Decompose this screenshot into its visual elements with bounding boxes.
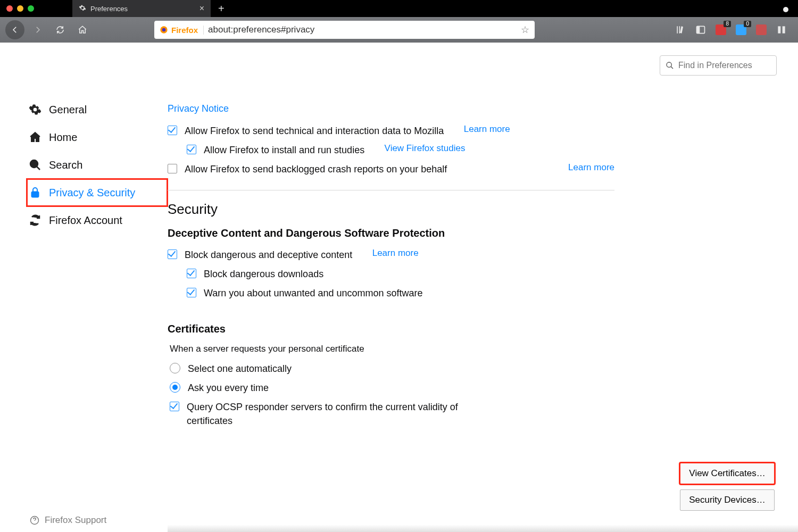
extension-camera-icon[interactable] [755,24,767,36]
gear-icon [29,103,41,116]
preferences-main: Find in Preferences Privacy Notice Allow… [168,43,798,532]
sidebar-item-home[interactable]: Home [27,123,168,151]
maximize-window-icon[interactable] [28,5,34,12]
block-downloads-checkbox[interactable] [187,269,196,278]
badge-count: 8 [724,21,731,27]
security-devices-button[interactable]: Security Devices… [680,489,775,511]
sidebar-item-firefox-account[interactable]: Firefox Account [27,206,168,234]
extension-red-icon[interactable]: 8 [715,24,727,36]
pointer-indicator-icon [783,7,788,12]
svg-rect-7 [31,192,39,197]
sidebar-item-general[interactable]: General [27,96,168,123]
preferences-sidebar: General Home Search Privacy & Security F… [0,43,168,532]
sidebar-toggle-icon[interactable] [695,24,706,36]
window-controls [0,5,40,12]
home-icon [29,131,41,144]
brand-label: Firefox [171,26,198,35]
block-deceptive-label: Block dangerous and deceptive content [185,248,352,262]
back-button[interactable] [5,20,24,39]
sidebar-item-label: General [49,104,87,116]
sidebar-item-label: Firefox Account [49,214,122,227]
sidebar-item-search[interactable]: Search [27,151,168,179]
crash-reports-checkbox[interactable] [168,164,177,173]
svg-rect-5 [783,26,785,33]
new-tab-button[interactable]: + [211,3,232,15]
cert-auto-radio[interactable] [170,363,180,373]
send-data-label: Allow Firefox to send technical and inte… [185,124,444,138]
browser-tab-preferences[interactable]: Preferences × [72,0,211,17]
search-icon [29,159,41,171]
cert-auto-label: Select one automatically [188,362,292,376]
browser-toolbar: Firefox about:preferences#privacy ☆ 8 0 [0,17,798,43]
close-tab-icon[interactable]: × [200,4,204,13]
url-text: about:preferences#privacy [208,24,517,35]
extension-misc-icon[interactable] [776,24,787,36]
ocsp-label: Query OCSP responder servers to confirm … [187,400,506,428]
svg-point-6 [30,160,38,168]
gear-icon [79,4,86,13]
minimize-window-icon[interactable] [17,5,23,12]
cert-ask-radio[interactable] [170,382,180,393]
studies-checkbox[interactable] [187,145,196,154]
library-icon[interactable] [675,24,686,36]
forward-button[interactable] [29,21,47,39]
question-icon [30,516,39,525]
crash-learn-more-link[interactable]: Learn more [568,162,614,173]
warn-unwanted-label: Warn you about unwanted and uncommon sof… [204,286,423,300]
view-studies-link[interactable]: View Firefox studies [385,143,466,154]
warn-unwanted-checkbox[interactable] [187,288,196,297]
bookmark-star-icon[interactable]: ☆ [521,24,529,36]
find-in-preferences-input[interactable]: Find in Preferences [660,55,777,76]
view-certificates-button[interactable]: View Certificates… [680,463,775,484]
block-downloads-label: Block dangerous downloads [204,267,323,281]
security-heading: Security [168,201,614,218]
lock-icon [29,186,41,199]
crash-reports-label: Allow Firefox to send backlogged crash r… [185,162,447,176]
privacy-notice-link[interactable]: Privacy Notice [168,103,229,114]
cert-prompt-label: When a server requests your personal cer… [170,344,614,354]
send-data-learn-more-link[interactable]: Learn more [464,124,510,135]
sidebar-item-label: Home [49,131,77,144]
send-data-checkbox[interactable] [168,126,177,135]
block-learn-more-link[interactable]: Learn more [372,248,419,259]
reload-button[interactable] [51,21,69,39]
block-deceptive-checkbox[interactable] [168,250,177,259]
svg-rect-4 [778,26,780,33]
sidebar-item-label: Firefox Support [45,515,106,526]
svg-point-1 [162,28,166,32]
sidebar-item-support[interactable]: Firefox Support [30,515,106,526]
certificates-buttons: View Certificates… Security Devices… [680,463,775,511]
cert-ask-label: Ask you every time [188,381,269,395]
svg-point-9 [667,62,671,67]
svg-rect-3 [697,26,700,33]
search-placeholder: Find in Preferences [678,61,752,70]
search-icon [666,61,674,70]
sync-icon [29,214,41,227]
preferences-page: General Home Search Privacy & Security F… [0,43,798,532]
ocsp-checkbox[interactable] [170,402,179,411]
extension-blue-icon[interactable]: 0 [735,24,747,36]
close-window-icon[interactable] [6,5,13,12]
sidebar-item-label: Search [49,159,82,171]
certificates-heading: Certificates [168,323,614,335]
url-bar[interactable]: Firefox about:preferences#privacy ☆ [154,21,535,39]
deceptive-content-heading: Deceptive Content and Dangerous Software… [168,227,614,239]
sidebar-item-privacy-security[interactable]: Privacy & Security [27,179,168,206]
sidebar-item-label: Privacy & Security [49,187,135,199]
tab-bar: Preferences × + [0,0,798,17]
toolbar-extensions: 8 0 [675,24,793,36]
studies-label: Allow Firefox to install and run studies [204,143,364,157]
badge-count: 0 [744,21,751,27]
section-divider [168,190,614,190]
bottom-fade [168,525,798,532]
home-button[interactable] [73,21,92,39]
identity-box[interactable]: Firefox [160,26,204,35]
tab-title: Preferences [90,5,128,13]
